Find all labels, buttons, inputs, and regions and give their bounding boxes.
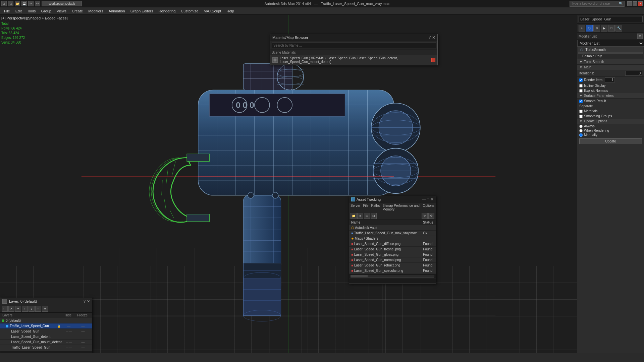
update-button[interactable]: Update (579, 138, 642, 144)
asset-menu-bitmap[interactable]: Bitmap Performance and Memory (382, 204, 420, 211)
asset-menu-paths[interactable]: Paths (371, 204, 380, 211)
layer-freeze-mount[interactable]: — (75, 340, 91, 344)
layer-hide-detent[interactable]: — — (62, 335, 75, 338)
workspace-dropdown[interactable]: Workspace: Default (42, 1, 82, 6)
layers-scrollbar[interactable] (0, 350, 92, 353)
minimize-btn[interactable]: — (627, 1, 632, 6)
layer-row-default[interactable]: 0 (default) — — (0, 318, 92, 323)
material-browser-title-bar[interactable]: Material/Map Browser ? ✕ (270, 34, 437, 41)
layer-row-traffic[interactable]: Traffic_Laser_Speed_Gun 🔒 — — (0, 323, 92, 329)
table-row[interactable]: ■ Laser_Speed_Gun_fresnel.png Found (349, 247, 436, 252)
new-btn[interactable]: □ (8, 1, 13, 6)
menu-animation[interactable]: Animation (106, 8, 128, 14)
menu-create[interactable]: Create (69, 8, 86, 14)
layer-row-detent[interactable]: Laser_Speed_Gun_detent — — — (0, 334, 92, 340)
layer-row-traffic2[interactable]: Traffic_Laser_Speed_Gun — — — (0, 345, 92, 350)
material-item[interactable]: Laser_Speed_Gun ( VRayMtl ) [Laser_Speed… (270, 55, 437, 65)
asset-menu-file[interactable]: File (363, 204, 368, 211)
layer-freeze-detent[interactable]: — (75, 335, 91, 339)
main-section-header[interactable]: ▼ Main (577, 65, 644, 70)
table-row[interactable]: ⬡ Autodesk Vault (349, 225, 436, 231)
layers-tool-move-down[interactable]: ↓ (29, 306, 35, 312)
asset-tool-1[interactable]: 📁 (351, 213, 357, 219)
layers-tool-add[interactable]: + (15, 306, 21, 312)
panel-icon-modify[interactable]: ⬡ (586, 25, 593, 32)
asset-maximize-btn[interactable]: □ (427, 197, 429, 202)
render-iters-input[interactable] (605, 77, 615, 82)
layer-hide-speedgun[interactable]: — — (62, 330, 75, 333)
layer-hide-traffic[interactable]: — (62, 324, 75, 328)
layers-title-bar[interactable]: Layer: 0 (default) ? ✕ (0, 298, 92, 305)
panel-icon-motion[interactable]: ▶ (601, 25, 607, 32)
smoothing-groups-checkbox[interactable] (579, 115, 583, 118)
menu-edit[interactable]: Edit (13, 8, 24, 14)
undo-btn[interactable]: ↩ (28, 1, 34, 6)
menu-customize[interactable]: Customize (178, 8, 201, 14)
layer-row-mount[interactable]: Laser_Speed_Gun_mount_detent — — — (0, 340, 92, 345)
redo-btn[interactable]: ↪ (35, 1, 40, 6)
layers-tool-move[interactable]: ↑ (22, 306, 28, 312)
viewport[interactable]: [+][Perspective][Shaded + Edged Faces] T… (0, 15, 577, 353)
materials-checkbox[interactable] (579, 110, 583, 113)
search-bar[interactable]: 🔍 (570, 1, 625, 7)
layers-close-btn[interactable]: ✕ (87, 299, 90, 304)
asset-tool-3[interactable]: ⊞ (364, 213, 370, 219)
layer-freeze-speedgun[interactable]: — (75, 329, 91, 333)
layer-hide-traffic2[interactable]: — — (62, 346, 75, 349)
close-btn[interactable]: ✕ (638, 1, 643, 6)
asset-path-input[interactable] (349, 279, 436, 284)
menu-file[interactable]: File (1, 8, 13, 14)
iterations-input[interactable] (625, 71, 642, 76)
modifier-turbosmoothA[interactable]: ⬡ TurboSmooth (578, 47, 643, 53)
modifier-editablepoly[interactable]: Editable Poly (578, 53, 643, 59)
table-row[interactable]: ■ Laser_Speed_Gun_gloss.png Found (349, 252, 436, 257)
table-row[interactable]: ■ Laser_Speed_Gun_refract.png Found (349, 263, 436, 268)
menu-rendering[interactable]: Rendering (156, 8, 178, 14)
layers-tool-expand[interactable]: ↔ (35, 306, 41, 312)
table-row[interactable]: ■ Laser_Speed_Gun_specular.png Found (349, 268, 436, 274)
layers-tool-delete[interactable]: ✕ (8, 306, 14, 312)
layers-tool-select[interactable]: ⬚ (2, 306, 8, 312)
asset-menu-options[interactable]: Options (423, 204, 434, 211)
material-search-input[interactable] (272, 43, 436, 48)
asset-tracking-title-bar[interactable]: Asset Tracking — □ ✕ (349, 196, 436, 203)
window-controls[interactable]: — □ ✕ (627, 1, 643, 6)
maximize-btn[interactable]: □ (633, 1, 637, 6)
material-browser-close-btn[interactable]: ✕ (432, 35, 435, 40)
asset-close-btn[interactable]: ✕ (430, 197, 434, 202)
asset-tool-settings[interactable]: ⚙ (428, 213, 434, 219)
search-input[interactable] (571, 2, 618, 5)
always-radio[interactable] (579, 125, 583, 128)
asset-tool-4[interactable]: ⊟ (371, 213, 377, 219)
table-row[interactable]: ■ Laser_Speed_Gun_diffuse.png Found (349, 241, 436, 247)
asset-tool-2[interactable]: ≡ (357, 213, 363, 219)
panel-icon-utilities[interactable]: 🔧 (615, 25, 622, 32)
menu-tools[interactable]: Tools (24, 8, 39, 14)
layer-row-speedgun[interactable]: Laser_Speed_Gun — — — (0, 329, 92, 334)
modifier-dropdown[interactable]: Modifier List (577, 40, 644, 47)
menu-graph-editors[interactable]: Graph Editors (128, 8, 156, 14)
search-icon[interactable]: 🔍 (619, 2, 623, 5)
isoline-checkbox[interactable] (579, 84, 583, 87)
explicit-normals-checkbox[interactable] (579, 89, 583, 93)
update-options-section[interactable]: ▼ Update Options (577, 119, 644, 124)
layers-tool-collapse[interactable]: ⇔ (42, 306, 48, 312)
menu-views[interactable]: Views (54, 8, 69, 14)
panel-icon-hierarchy[interactable]: ⚙ (593, 25, 600, 32)
render-iters-checkbox[interactable] (579, 78, 583, 82)
layer-freeze-traffic2[interactable]: — (75, 346, 91, 349)
surface-params-section[interactable]: ▼ Surface Parameters (577, 93, 644, 99)
menu-help[interactable]: Help (224, 8, 237, 14)
object-name-input[interactable] (579, 16, 643, 22)
menu-modifiers[interactable]: Modifiers (86, 8, 106, 14)
smooth-result-checkbox[interactable] (579, 100, 583, 103)
app-icon[interactable]: 3 (1, 1, 7, 6)
when-rendering-radio[interactable] (579, 129, 583, 132)
open-btn[interactable]: 📂 (15, 1, 20, 6)
asset-tool-refresh[interactable]: ↻ (422, 213, 428, 219)
panel-icon-display[interactable]: □ (608, 25, 615, 32)
panel-icon-create[interactable]: ✦ (579, 25, 585, 32)
table-row[interactable]: ■ Traffic_Laser_Speed_Gun_max_vray.max O… (349, 231, 436, 236)
layer-hide-mount[interactable]: — — (62, 341, 75, 344)
asset-minimize-btn[interactable]: — (422, 197, 426, 202)
